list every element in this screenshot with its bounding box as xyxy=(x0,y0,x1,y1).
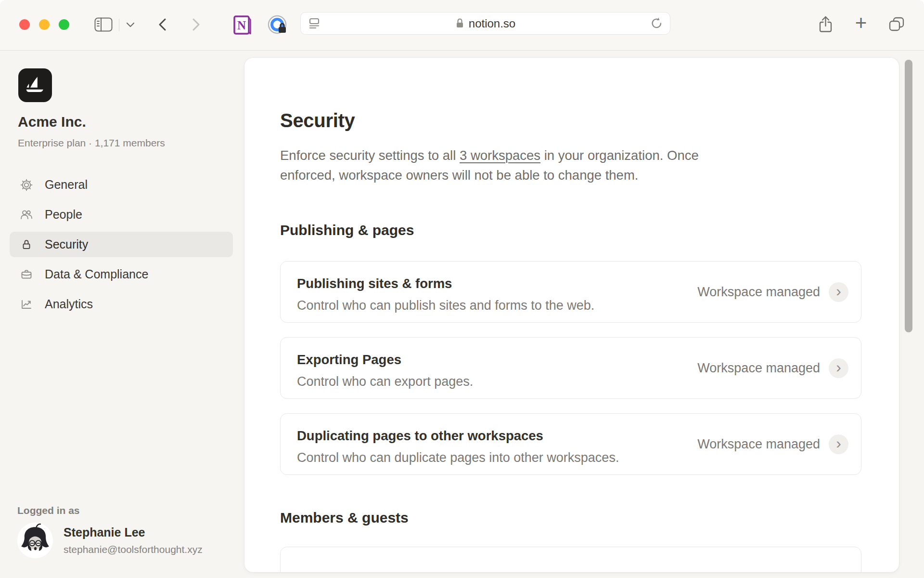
chevron-left-icon xyxy=(157,18,167,31)
address-display: notion.so xyxy=(301,17,670,30)
current-user: Stephanie Lee stephanie@toolsforthought.… xyxy=(17,523,203,558)
setting-card-duplicating-pages[interactable]: Duplicating pages to other workspaces Co… xyxy=(280,413,861,475)
reload-icon xyxy=(650,17,663,30)
chevron-right-icon xyxy=(192,18,201,31)
vertical-scrollbar[interactable] xyxy=(905,60,912,332)
sidebar-item-label: Data & Compliance xyxy=(45,267,148,281)
sidebar-item-general[interactable]: General xyxy=(10,172,233,197)
close-window-button[interactable] xyxy=(19,19,30,30)
workspace-plan: Enterprise plan · 1,171 members xyxy=(18,137,165,149)
lock-icon xyxy=(20,238,33,251)
sidebar-item-label: Security xyxy=(45,237,88,251)
sailboat-icon xyxy=(24,74,47,97)
onepassword-extension-icon xyxy=(267,14,288,36)
section-heading-publishing: Publishing & pages xyxy=(280,221,899,239)
section-heading-members: Members & guests xyxy=(280,509,899,526)
status-badge: Workspace managed xyxy=(697,437,820,452)
svg-text:N: N xyxy=(237,19,246,32)
plus-icon: + xyxy=(855,13,867,35)
back-button[interactable] xyxy=(152,14,173,35)
sidebar-item-analytics[interactable]: Analytics xyxy=(10,291,233,317)
settings-sidebar: Acme Inc. Enterprise plan · 1,171 member… xyxy=(0,51,244,578)
chevron-right-icon: › xyxy=(829,358,848,378)
sidebar-toggle-icon xyxy=(94,17,113,32)
minimize-window-button[interactable] xyxy=(39,19,50,30)
people-icon xyxy=(20,209,33,221)
status-badge: Workspace managed xyxy=(697,285,820,300)
toolbar-chevron-button[interactable] xyxy=(122,17,139,32)
browser-toolbar: N xyxy=(0,0,924,51)
logged-in-as-label: Logged in as xyxy=(17,505,80,516)
chevron-right-icon: › xyxy=(829,434,848,454)
tab-overview-icon xyxy=(888,16,905,32)
sidebar-item-data-compliance[interactable]: Data & Compliance xyxy=(10,262,233,287)
page-settings-button[interactable] xyxy=(307,16,321,31)
card-status-group: Workspace managed › xyxy=(697,338,848,398)
sidebar-toggle-button[interactable] xyxy=(93,14,114,35)
setting-card-partial[interactable] xyxy=(280,547,861,572)
sidebar-item-label: People xyxy=(45,208,82,222)
workspace-logo xyxy=(18,68,52,102)
current-user-info: Stephanie Lee stephanie@toolsforthought.… xyxy=(64,525,203,555)
notion-extension-icon: N xyxy=(232,14,252,36)
onepassword-extension-button[interactable] xyxy=(267,13,289,37)
browser-window: N xyxy=(0,0,924,578)
share-button[interactable] xyxy=(815,13,836,35)
card-status-group: Workspace managed › xyxy=(697,262,848,322)
url-text: notion.so xyxy=(469,17,515,30)
address-bar[interactable]: notion.so xyxy=(300,12,670,35)
user-email: stephanie@toolsforthought.xyz xyxy=(64,544,203,555)
sidebar-item-label: Analytics xyxy=(45,297,93,311)
toolbar-separator xyxy=(119,19,119,31)
tab-overview-button[interactable] xyxy=(886,13,907,35)
reload-button[interactable] xyxy=(649,16,664,31)
setting-card-exporting-pages[interactable]: Exporting Pages Control who can export p… xyxy=(280,337,861,399)
share-icon xyxy=(818,15,833,33)
page-settings-icon xyxy=(308,17,321,30)
notion-extension-button[interactable]: N xyxy=(231,13,253,37)
briefcase-icon xyxy=(20,268,33,281)
settings-nav: General People xyxy=(10,172,233,317)
setting-card-publishing-sites[interactable]: Publishing sites & forms Control who can… xyxy=(280,261,861,323)
sidebar-item-security[interactable]: Security xyxy=(10,232,233,257)
chevron-down-icon xyxy=(126,22,135,27)
lock-icon xyxy=(455,18,464,29)
new-tab-button[interactable]: + xyxy=(850,13,872,35)
intro-text-pre: Enforce security settings to all xyxy=(280,148,460,163)
chevron-right-icon: › xyxy=(829,282,848,302)
user-name: Stephanie Lee xyxy=(64,525,203,539)
page-title: Security xyxy=(280,109,899,132)
status-badge: Workspace managed xyxy=(697,361,820,376)
forward-button[interactable] xyxy=(186,14,207,35)
chart-icon xyxy=(20,298,33,311)
gear-icon xyxy=(20,179,33,191)
workspaces-link[interactable]: 3 workspaces xyxy=(460,148,540,163)
avatar xyxy=(17,523,53,558)
settings-content: Security Enforce security settings to al… xyxy=(244,58,899,572)
sidebar-item-label: General xyxy=(45,178,88,192)
zoom-window-button[interactable] xyxy=(59,19,69,30)
workspace-name: Acme Inc. xyxy=(18,114,86,130)
card-status-group: Workspace managed › xyxy=(697,414,848,474)
sidebar-item-people[interactable]: People xyxy=(10,202,233,227)
page-intro: Enforce security settings to all 3 works… xyxy=(280,145,732,185)
